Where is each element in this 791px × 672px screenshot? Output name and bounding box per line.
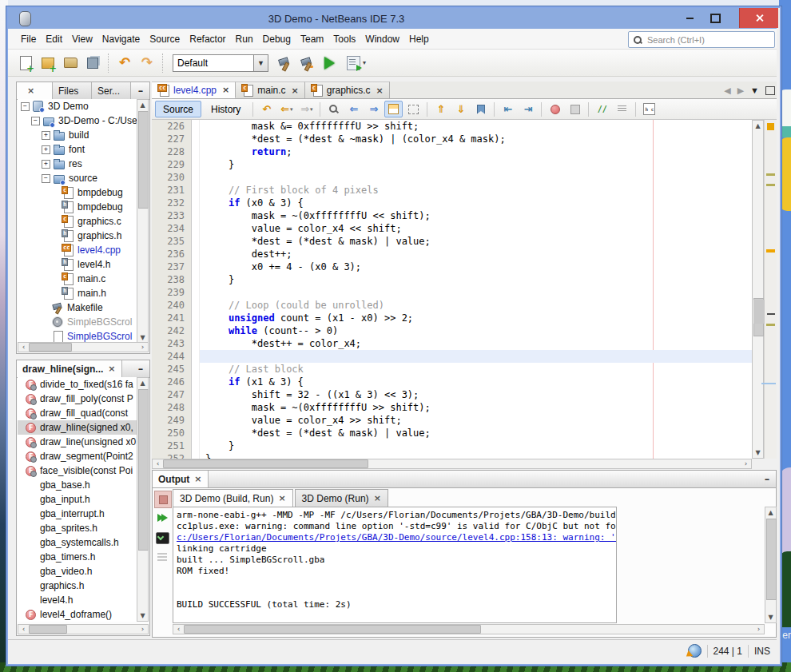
scroll-up-icon[interactable]: ▲: [765, 507, 776, 518]
tree-item-build[interactable]: +build: [18, 128, 139, 142]
menu-window[interactable]: Window: [360, 30, 404, 48]
quick-search[interactable]: [628, 31, 775, 48]
error-stripe-mark[interactable]: [766, 184, 775, 186]
new-file-button[interactable]: +: [15, 53, 36, 74]
output-tab-3d-demo-run-[interactable]: 3D Demo (Run)×: [295, 489, 388, 507]
scroll-tabs-left-icon[interactable]: ◀: [724, 85, 730, 96]
navigator-item-draw-segment-point2[interactable]: Fdraw_segment(Point2: [18, 449, 139, 463]
terminal-button[interactable]: [154, 530, 170, 546]
back-button[interactable]: ⇐▾: [277, 101, 296, 117]
output-vscrollbar[interactable]: ▲ ▼: [765, 507, 777, 623]
expand-icon[interactable]: −: [21, 102, 30, 111]
scroll-thumb[interactable]: [29, 343, 72, 352]
chevron-down-icon[interactable]: ▼: [253, 55, 268, 71]
tree-item-graphics-h[interactable]: hgraphics.h: [18, 229, 139, 243]
shift-right-button[interactable]: ⇥: [519, 101, 537, 117]
code-line-246[interactable]: if (x1 & 3) {: [200, 376, 752, 388]
code-line-226[interactable]: mask &= 0xffffffffU >> shift;: [200, 120, 752, 133]
close-icon[interactable]: ×: [292, 86, 299, 95]
open-project-button[interactable]: [60, 53, 81, 74]
navigator-item-gba-video-h[interactable]: gba_video.h: [18, 564, 139, 579]
toggle-bookmark-button[interactable]: [471, 101, 490, 117]
scroll-left-icon[interactable]: ‹: [18, 343, 29, 352]
tree-item-main-c[interactable]: cmain.c: [18, 272, 139, 286]
editor-vscrollbar[interactable]: ▲ ▼: [752, 120, 764, 459]
code-line-244[interactable]: [200, 350, 752, 363]
tree-item-simplebgscrol[interactable]: SimpleBGScrol: [18, 315, 139, 329]
output-warning-link[interactable]: c:/Users/Florian/Documents/Projets/GBA/3…: [177, 532, 616, 543]
undo-button[interactable]: ↶: [114, 53, 135, 74]
expand-icon[interactable]: −: [42, 174, 50, 183]
error-stripe-mark[interactable]: [766, 324, 775, 326]
tree-item-bmpdebug[interactable]: hbmpdebug: [18, 200, 139, 214]
rerun-build-button[interactable]: [154, 510, 170, 526]
code-line-250[interactable]: *dest = (*dest & mask) | value;: [200, 427, 752, 439]
code-line-230[interactable]: [200, 171, 752, 184]
editor-tab-main-c[interactable]: cmain.c×: [236, 82, 305, 98]
scroll-thumb[interactable]: [766, 519, 777, 600]
code-line-228[interactable]: return;: [200, 145, 752, 158]
expand-icon[interactable]: +: [42, 160, 50, 169]
code-line-252[interactable]: }: [200, 452, 752, 459]
scroll-thumb[interactable]: [163, 459, 368, 468]
code-line-251[interactable]: }: [200, 439, 752, 452]
build-project-button[interactable]: [274, 53, 295, 74]
tree-item-level4-cpp[interactable]: cclevel4.cpp: [18, 243, 139, 257]
start-macro-button[interactable]: [546, 101, 564, 117]
tree-item-level4-h[interactable]: hlevel4.h: [18, 257, 139, 272]
expand-icon[interactable]: +: [42, 131, 50, 140]
chevron-down-icon[interactable]: ▾: [290, 106, 293, 113]
update-notification-icon[interactable]: [688, 644, 702, 658]
history-view-button[interactable]: History: [203, 101, 248, 117]
comment-button[interactable]: //: [593, 101, 611, 117]
expand-icon[interactable]: −: [31, 117, 40, 125]
close-button[interactable]: [739, 8, 778, 28]
scroll-thumb[interactable]: [138, 111, 149, 209]
maximize-editor-icon[interactable]: [765, 86, 775, 95]
configuration-combobox[interactable]: Default ▼: [173, 54, 268, 72]
projects-panel-tab-Ser...[interactable]: Ser...: [92, 82, 131, 99]
error-stripe-mark[interactable]: [767, 313, 775, 315]
navigator-item-draw-fill-quad-const-[interactable]: Fdraw_fill_quad(const: [18, 406, 139, 420]
scroll-left-icon[interactable]: ‹: [18, 625, 29, 634]
navigator-item-level4-doframe-[interactable]: Flevel4_doframe(): [18, 607, 139, 622]
previous-occurrence-button[interactable]: ⇐: [344, 101, 363, 117]
code-line-229[interactable]: }: [200, 158, 752, 171]
scroll-up-icon[interactable]: ▲: [137, 378, 148, 388]
scroll-right-icon[interactable]: ›: [137, 343, 148, 352]
minimize-panel-button[interactable]: –: [758, 471, 776, 487]
menu-help[interactable]: Help: [404, 30, 434, 48]
code-line-238[interactable]: }: [200, 273, 752, 286]
navigator-item-face-visible-const-poi[interactable]: Fface_visible(const Poi: [18, 463, 139, 478]
close-icon[interactable]: ×: [278, 494, 285, 503]
scroll-thumb[interactable]: [184, 625, 481, 634]
shift-left-button[interactable]: ⇤: [499, 101, 517, 117]
editor-gutter[interactable]: 2262272282292302312322332342352362372382…: [152, 120, 192, 459]
scroll-tabs-right-icon[interactable]: ▶: [737, 85, 744, 96]
rectangular-selection-button[interactable]: [404, 101, 423, 117]
code-line-249[interactable]: value = color_x4 >> shift;: [200, 414, 752, 427]
find-selection-button[interactable]: [324, 101, 343, 117]
new-project-button[interactable]: +: [38, 53, 58, 74]
scroll-left-icon[interactable]: ‹: [153, 459, 163, 468]
scroll-down-icon[interactable]: ▼: [765, 612, 776, 622]
clear-output-button[interactable]: [154, 549, 170, 565]
navigator-item-level4-h[interactable]: level4.h: [18, 593, 139, 607]
scroll-right-icon[interactable]: ›: [137, 625, 148, 634]
code-line-235[interactable]: *dest = (*dest & mask) | value;: [200, 235, 752, 248]
error-stripe-mark[interactable]: [761, 383, 776, 384]
navigator-item-draw-hline-signed-x0-[interactable]: Fdraw_hline(signed x0,: [18, 420, 139, 435]
error-stripe-mark[interactable]: [766, 173, 775, 176]
menu-edit[interactable]: Edit: [41, 30, 67, 48]
navigator-item-graphics-h[interactable]: graphics.h: [18, 579, 139, 593]
forward-button[interactable]: ⇒▾: [297, 101, 316, 117]
code-line-248[interactable]: mask = ~(0xffffffffU >> shift);: [200, 401, 752, 414]
uncomment-button[interactable]: [613, 101, 631, 117]
maximize-button[interactable]: [704, 8, 727, 29]
next-occurrence-button[interactable]: ⇒: [364, 101, 383, 117]
minimize-panel-button[interactable]: –: [132, 82, 149, 99]
code-line-233[interactable]: mask = ~(0xffffffffU << shift);: [200, 209, 752, 222]
navigator-vscrollbar[interactable]: ▲ ▼: [137, 377, 149, 622]
code-line-245[interactable]: // Last block: [200, 363, 752, 376]
projects-panel-tab-Files[interactable]: Files: [53, 82, 92, 99]
